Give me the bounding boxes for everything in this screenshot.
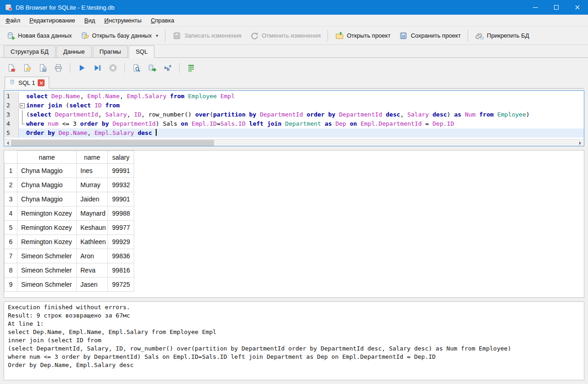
new-database-button[interactable]: Новая база данных — [2, 29, 76, 42]
table-row[interactable]: 1Chyna MaggioInes99991 — [5, 164, 134, 178]
revert-changes-button[interactable]: Отменить изменения — [246, 29, 325, 42]
row-number[interactable]: 9 — [5, 278, 17, 292]
cell[interactable]: Maynard — [77, 206, 108, 221]
scroll-right-arrow[interactable] — [577, 139, 584, 146]
cell[interactable]: Jasen — [77, 278, 108, 292]
cell[interactable]: 99991 — [108, 164, 134, 178]
cell[interactable]: Simeon Schmeler — [17, 263, 77, 278]
cell[interactable]: Aron — [77, 249, 108, 263]
save-sql-file-button[interactable] — [36, 61, 50, 74]
new-sql-tab-button[interactable] — [5, 61, 18, 74]
results-body: 1Chyna MaggioInes999912Chyna MaggioMurra… — [5, 164, 134, 292]
menu-item[interactable]: Вид — [80, 15, 100, 26]
stop-icon — [108, 63, 118, 72]
row-number[interactable]: 1 — [5, 164, 17, 178]
table-row[interactable]: 4Remington KozeyMaynard99988 — [5, 206, 134, 221]
row-number[interactable]: 4 — [5, 206, 17, 221]
editor-line[interactable]: 2inner join (select ID from — [4, 101, 584, 110]
execute-line-button[interactable] — [90, 61, 104, 74]
toggle-log-button[interactable] — [184, 61, 198, 74]
maximize-button[interactable] — [546, 0, 567, 15]
cell[interactable]: 99836 — [108, 249, 134, 263]
write-changes-button[interactable]: Записать изменения — [168, 29, 245, 42]
table-row[interactable]: 3Chyna MaggioJaiden99901 — [5, 192, 134, 206]
editor-line[interactable]: 1select Dep.Name, Empl.Name, Empl.Salary… — [4, 92, 584, 101]
column-header[interactable]: name — [17, 151, 77, 164]
row-number[interactable]: 7 — [5, 249, 17, 263]
menu-item[interactable]: Редактирование — [25, 15, 80, 26]
cell[interactable]: 99929 — [108, 235, 134, 249]
cell[interactable]: Jaiden — [77, 192, 108, 206]
auto-complete-button[interactable]: ab — [161, 61, 175, 74]
execute-all-button[interactable] — [75, 61, 89, 74]
menu-item[interactable]: Файл — [1, 15, 25, 26]
cell[interactable]: Ines — [77, 164, 108, 178]
tab-data[interactable]: Данные — [57, 45, 92, 57]
cell[interactable]: Reva — [77, 263, 108, 278]
table-row[interactable]: 5Remington KozeyKeshaun99977 — [5, 221, 134, 235]
tab-pragmas[interactable]: Прагмы — [93, 45, 128, 57]
cell[interactable]: Keshaun — [77, 221, 108, 235]
sql-doc-tab[interactable]: SQL 1 — [5, 77, 49, 89]
row-number[interactable]: 3 — [5, 192, 17, 206]
row-number[interactable]: 5 — [5, 221, 17, 235]
tab-sql[interactable]: SQL — [129, 45, 154, 58]
open-database-button[interactable]: Открыть базу данных▾ — [76, 29, 162, 42]
cell[interactable]: 99725 — [108, 278, 134, 292]
sql-doc-tab-label: SQL 1 — [18, 79, 35, 86]
cell[interactable]: Chyna Maggio — [17, 192, 77, 206]
cell[interactable]: Chyna Maggio — [17, 164, 77, 178]
table-row[interactable]: 8Simeon SchmelerReva99816 — [5, 263, 134, 278]
print-button[interactable] — [51, 61, 65, 74]
open-sql-file-button[interactable] — [20, 61, 34, 74]
dropdown-arrow-icon[interactable]: ▾ — [156, 33, 158, 38]
cell[interactable]: Chyna Maggio — [17, 178, 77, 192]
table-row[interactable]: 9Simeon SchmelerJasen99725 — [5, 278, 134, 292]
close-button[interactable] — [567, 0, 588, 15]
row-number[interactable]: 6 — [5, 235, 17, 249]
cell[interactable]: 99977 — [108, 221, 134, 235]
cell[interactable]: Remington Kozey — [17, 221, 77, 235]
editor-line[interactable]: 3(select DepartmentId, Salary, ID, row_n… — [4, 110, 584, 119]
minimize-button[interactable] — [525, 0, 546, 15]
column-header[interactable]: salary — [108, 151, 134, 164]
scroll-left-arrow[interactable] — [4, 139, 11, 146]
sql-toolbar: ab — [4, 60, 584, 76]
cell[interactable]: Remington Kozey — [17, 235, 77, 249]
cell[interactable]: 99988 — [108, 206, 134, 221]
column-header[interactable]: name — [77, 151, 108, 164]
open-project-button[interactable]: Открыть проект — [331, 29, 395, 42]
sql-editor-lines[interactable]: 1select Dep.Name, Empl.Name, Empl.Salary… — [4, 91, 584, 139]
horizontal-scrollbar[interactable] — [4, 139, 584, 146]
menu-item[interactable]: Инструменты — [100, 15, 146, 26]
cell[interactable]: 99816 — [108, 263, 134, 278]
code-text: (select DepartmentId, Salary, ID, row_nu… — [25, 110, 584, 119]
revert-changes-label: Отменить изменения — [262, 32, 321, 39]
save-project-button[interactable]: Сохранить проект — [395, 29, 465, 42]
fold-marker-icon[interactable] — [19, 101, 25, 110]
cell[interactable]: Remington Kozey — [17, 206, 77, 221]
cell[interactable]: 99901 — [108, 192, 134, 206]
table-row[interactable]: 7Simeon SchmelerAron99836 — [5, 249, 134, 263]
editor-line[interactable]: 5Order by Dep.Name, Empl.Salary desc — [4, 128, 584, 138]
cell[interactable]: Murray — [77, 178, 108, 192]
menu-item[interactable]: Справка — [146, 15, 179, 26]
cell[interactable]: Simeon Schmeler — [17, 278, 77, 292]
row-number[interactable]: 8 — [5, 263, 17, 278]
find-replace-button[interactable] — [130, 61, 143, 74]
print-icon — [54, 63, 63, 72]
cell[interactable]: 99932 — [108, 178, 134, 192]
scrollbar-thumb[interactable] — [11, 140, 214, 146]
table-row[interactable]: 2Chyna MaggioMurray99932 — [5, 178, 134, 192]
export-results-button[interactable] — [145, 61, 159, 74]
editor-line[interactable]: 4where num <= 3 order by DepartmentId) S… — [4, 119, 584, 128]
attach-database-button[interactable]: Прикрепить БД — [471, 29, 533, 42]
cell[interactable]: Simeon Schmeler — [17, 249, 77, 263]
row-number[interactable]: 2 — [5, 178, 17, 192]
table-row[interactable]: 6Remington KozeyKathleen99929 — [5, 235, 134, 249]
stop-execution-button[interactable] — [106, 61, 120, 74]
tab-db-structure[interactable]: Структура БД — [4, 45, 56, 57]
cell[interactable]: Kathleen — [77, 235, 108, 249]
close-tab-button[interactable] — [38, 79, 45, 86]
maximize-icon — [554, 5, 559, 10]
